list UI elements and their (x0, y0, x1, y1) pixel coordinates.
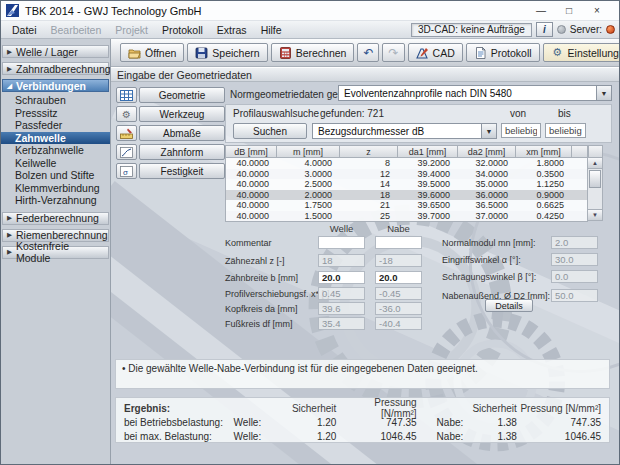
open-button[interactable]: Öffnen (120, 43, 184, 62)
zaehnezahl-welle-field (318, 254, 365, 267)
table-row[interactable]: 40.0000 1.7500 21 39.6500 36.5000 0.6625 (226, 200, 587, 211)
chevron-down-icon[interactable]: ▼ (596, 86, 611, 100)
search-criterion-value: Bezugsdurchmesser dB (313, 126, 481, 137)
app-logo-icon (6, 4, 19, 17)
kommentar-welle-input[interactable] (318, 236, 365, 249)
undo-button[interactable]: ↶ (357, 43, 379, 62)
menu-protokoll[interactable]: Protokoll (155, 23, 210, 37)
cell: 0.4250 (517, 211, 573, 222)
sidebar-item-schrauben[interactable]: Schrauben (1, 94, 110, 107)
tab-abmasse[interactable]: Abmaße (116, 125, 225, 141)
column-header-da1[interactable]: da1 [mm] (398, 145, 458, 158)
welle-column-header: Welle (318, 223, 365, 234)
sidebar-section-welle-lager[interactable]: ▶ Welle / Lager (2, 45, 109, 58)
scroll-up-icon[interactable]: ▲ (588, 158, 602, 169)
scrollbar-thumb[interactable] (589, 170, 601, 188)
sidebar-item-keilwelle[interactable]: Keilwelle (1, 157, 110, 170)
bis-input[interactable] (545, 123, 586, 138)
table-row[interactable]: 40.0000 3.0000 12 39.4000 34.0000 0.3500 (226, 169, 587, 180)
grid-icon (116, 87, 137, 103)
info-icon[interactable]: i (536, 22, 553, 37)
close-button[interactable]: × (583, 2, 611, 20)
welle-pressung-value: 1046.45 (336, 431, 416, 442)
nabe-sicherheit-value: 1.38 (466, 417, 517, 428)
sidebar-item-hirth-verzahnung[interactable]: Hirth-Verzahnung (1, 194, 110, 207)
section-title: Eingabe der Geometriedaten (117, 69, 252, 81)
table-row[interactable]: 40.0000 4.0000 8 39.2000 32.0000 1.8000 (226, 158, 587, 169)
column-header-xm[interactable]: xm [mm] (516, 145, 572, 158)
minimize-button[interactable]: — (527, 2, 555, 20)
field-label: Zähnezahl z [-] (225, 256, 318, 266)
table-row[interactable]: 40.0000 2.5000 14 39.5000 35.0000 1.1250 (226, 179, 587, 190)
sidebar-item-klemmverbindung[interactable]: Klemmverbindung (1, 182, 110, 195)
cell: 40.0000 (226, 190, 278, 201)
column-header-da2[interactable]: da2 [mm] (458, 145, 516, 158)
protocol-button[interactable]: Protokoll (466, 43, 540, 62)
sidebar-item-zahnwelle[interactable]: Zahnwelle (1, 132, 110, 145)
cell: 40.0000 (226, 169, 278, 180)
menu-extras[interactable]: Extras (210, 23, 254, 37)
table-row[interactable]: 40.0000 1.5000 25 39.7000 37.0000 0.4250 (226, 211, 587, 222)
tab-geometrie-label: Geometrie (139, 87, 225, 103)
normalmodul-field (551, 236, 598, 249)
sidebar-section-label: Welle / Lager (16, 46, 78, 58)
cad-button-label: CAD (433, 47, 455, 59)
status-message-box: • Die gewählte Welle-Nabe-Verbindung ist… (115, 359, 610, 389)
welle-label: Welle: (234, 431, 283, 442)
sidebar-section-verbindungen[interactable]: ◢ Verbindungen (2, 79, 109, 92)
cad-drawing-icon (416, 47, 429, 59)
scroll-down-icon[interactable]: ▼ (588, 209, 602, 220)
search-criterion-select[interactable]: Bezugsdurchmesser dB ▼ (312, 123, 497, 139)
kommentar-nabe-input[interactable] (375, 236, 422, 249)
cell: 1.7500 (278, 200, 341, 211)
column-header-m[interactable]: m [mm] (277, 145, 340, 158)
welle-label: Welle: (234, 417, 283, 428)
server-label: Server: (570, 24, 602, 35)
tab-zahnform[interactable]: Zahnform (116, 144, 225, 160)
zahnbreite-welle-input[interactable] (318, 271, 365, 284)
table-scrollbar[interactable]: ▲ ▼ (588, 158, 603, 221)
column-header-dB[interactable]: dB [mm] (225, 145, 277, 158)
tab-geometrie[interactable]: Geometrie (116, 87, 225, 103)
search-button[interactable]: Suchen (233, 123, 307, 139)
cell: 0.9000 (517, 190, 573, 201)
tab-festigkeit[interactable]: σ Festigkeit (116, 163, 225, 179)
sidebar-section-kostenfreie-module[interactable]: ▶ Kostenfreie Module (2, 246, 109, 259)
cell: 35.0000 (459, 179, 517, 190)
cell: 1.5000 (278, 211, 341, 222)
sidebar-section-federberechnung[interactable]: ▶ Federberechnung (2, 212, 109, 225)
chevron-right-icon: ▶ (7, 48, 12, 56)
cell: 40.0000 (226, 211, 278, 222)
sidebar-item-passfeder[interactable]: Passfeder (1, 119, 110, 132)
field-label: Zahnbreite b [mm] (225, 273, 318, 283)
chevron-right-icon: ▶ (7, 248, 12, 256)
nabe-label: Nabe: (417, 417, 466, 428)
zahnbreite-nabe-input[interactable] (375, 271, 422, 284)
cad-button[interactable]: CAD (408, 43, 463, 62)
menu-hilfe[interactable]: Hilfe (254, 23, 289, 37)
cell: 25 (341, 211, 399, 222)
geometry-input-panel: Geometrie ⚙ Werkzeug Abmaße Zahnform σ F… (111, 82, 619, 465)
settings-button[interactable]: ⚙ Einstellungen (543, 43, 620, 62)
ruler-pencil-icon (116, 125, 137, 141)
column-header-z[interactable]: z (340, 145, 398, 158)
save-button[interactable]: Speichern (187, 43, 267, 62)
sidebar-section-zahnradberechnung[interactable]: ▶ Zahnradberechnung (2, 62, 109, 75)
details-button[interactable]: Details (485, 299, 533, 312)
calculate-button[interactable]: Berechnen (271, 43, 355, 62)
sidebar-item-kerbzahnwelle[interactable]: Kerbzahnwelle (1, 144, 110, 157)
cell: 2.5000 (278, 179, 341, 190)
sidebar-item-presssitz[interactable]: Presssitz (1, 107, 110, 120)
table-row-selected[interactable]: 40.0000 2.0000 18 39.6000 36.0000 0.9000 (226, 190, 587, 201)
tab-werkzeug[interactable]: ⚙ Werkzeug (116, 106, 225, 122)
maximize-button[interactable]: □ (555, 2, 583, 20)
nabe-pressung-value: 747.35 (517, 417, 601, 428)
norm-select[interactable]: Evolventenzahnprofile nach DIN 5480 ▼ (338, 85, 612, 101)
search-title: Profilauswahlsuche (233, 108, 319, 119)
von-input[interactable] (501, 123, 541, 138)
sidebar-section-label: Federberechnung (16, 212, 99, 224)
calculator-icon (279, 47, 292, 59)
chevron-down-icon[interactable]: ▼ (481, 124, 496, 138)
menu-datei[interactable]: Datei (5, 23, 44, 37)
sidebar-item-bolzen-und-stifte[interactable]: Bolzen und Stifte (1, 169, 110, 182)
